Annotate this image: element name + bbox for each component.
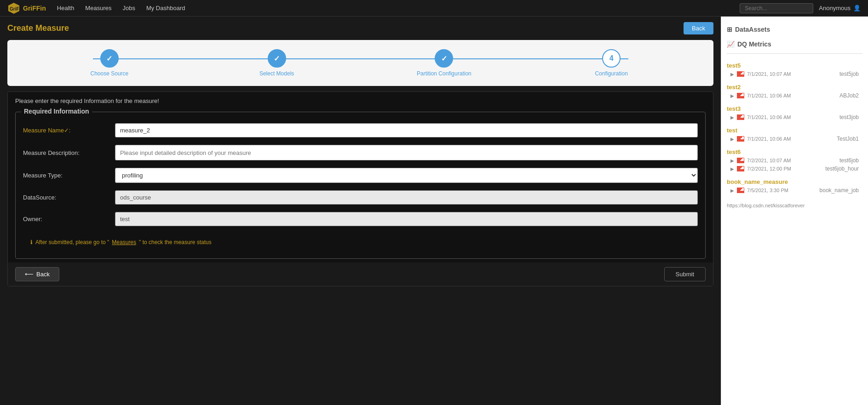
footer-text-before: After submitted, please go to " — [35, 239, 109, 245]
job-icon — [737, 114, 744, 120]
list-item[interactable]: ▶7/2/2021, 12:00 PMtest6job_hour — [727, 165, 862, 173]
job-icon — [737, 166, 744, 171]
measure-name-label: Measure Name✓: — [23, 127, 115, 134]
nav-links: Health Measures Jobs My Dashboard — [57, 5, 185, 11]
nav-jobs[interactable]: Jobs — [122, 5, 135, 11]
form-footer-note: ℹ After submitted, please go to "Measure… — [23, 234, 698, 251]
list-item[interactable]: ▶7/1/2021, 10:06 AMtest3job — [727, 113, 862, 121]
datasource-label: DataSource: — [23, 194, 115, 201]
data-assets-icon: ⊞ — [727, 26, 732, 33]
footer-text-after: " to check the measure status — [139, 239, 212, 245]
sidebar-group: test▶7/1/2021, 10:06 AMTestJob1 — [727, 126, 862, 143]
right-sidebar: ⊞ DataAssets 📈 DQ Metrics test5▶7/1/2021… — [721, 17, 868, 405]
chevron-right-icon: ▶ — [730, 158, 734, 163]
back-button-top[interactable]: Back — [684, 22, 713, 34]
dq-metrics-section-title[interactable]: 📈 DQ Metrics — [727, 39, 862, 50]
required-info-section: Required Information Measure Name✓: Meas… — [15, 112, 706, 259]
info-icon: ℹ — [30, 239, 33, 245]
job-name[interactable]: TestJob1 — [837, 136, 859, 142]
app-title: GriFFin — [23, 5, 46, 12]
job-icon — [737, 93, 744, 98]
measure-name-input[interactable] — [115, 123, 698, 137]
measure-type-row: Measure Type: profiling custom standard — [23, 168, 698, 183]
nav-right: Anonymous 👤 — [740, 3, 861, 13]
step-circle-3: ✓ — [435, 49, 453, 68]
step-circle-4: 4 — [602, 49, 621, 68]
measure-type-label: Measure Type: — [23, 172, 115, 179]
user-icon: 👤 — [853, 5, 861, 11]
back-button-bottom[interactable]: ⟵ Back — [15, 267, 59, 281]
sidebar-group-title[interactable]: test — [727, 126, 862, 135]
job-icon — [737, 71, 744, 77]
step-choose-source: ✓ Choose Source — [26, 49, 193, 77]
sidebar-group: test3▶7/1/2021, 10:06 AMtest3job — [727, 104, 862, 121]
step-circle-2: ✓ — [268, 49, 286, 68]
sidebar-footer-url: https://blog.csdn.net/kisscatforever — [727, 199, 862, 208]
measure-name-row: Measure Name✓: — [23, 123, 698, 137]
sidebar-group-title[interactable]: test5 — [727, 61, 862, 70]
sidebar-group: book_name_measure▶7/5/2021, 3:30 PMbook_… — [727, 177, 862, 194]
sidebar-group: test5▶7/1/2021, 10:07 AMtest5job — [727, 61, 862, 78]
job-name[interactable]: test6job — [839, 157, 859, 164]
job-date: 7/1/2021, 10:06 AM — [747, 114, 791, 120]
job-name[interactable]: ABJob2 — [839, 92, 859, 99]
sidebar-group-title[interactable]: test3 — [727, 104, 862, 113]
datasource-row: DataSource: — [23, 190, 698, 205]
search-input[interactable] — [740, 3, 813, 13]
job-name[interactable]: test5job — [839, 71, 859, 77]
job-date: 7/1/2021, 10:07 AM — [747, 71, 791, 77]
page-title-row: Create Measure Back — [7, 22, 713, 34]
step-label-2: Select Models — [259, 70, 294, 77]
step-partition-config: ✓ Partition Configuration — [361, 49, 528, 77]
username-label: Anonymous — [819, 5, 851, 11]
list-item[interactable]: ▶7/1/2021, 10:06 AMTestJob1 — [727, 135, 862, 143]
data-assets-section-title[interactable]: ⊞ DataAssets — [727, 24, 862, 35]
top-navigation: GriF GriFFin Health Measures Jobs My Das… — [0, 0, 868, 17]
nav-health[interactable]: Health — [57, 5, 75, 11]
list-item[interactable]: ▶7/1/2021, 10:07 AMtest5job — [727, 70, 862, 78]
chevron-right-icon: ▶ — [730, 72, 734, 77]
sidebar-groups: test5▶7/1/2021, 10:07 AMtest5jobtest2▶7/… — [727, 61, 862, 194]
chevron-right-icon: ▶ — [730, 115, 734, 120]
measure-type-select[interactable]: profiling custom standard — [115, 168, 698, 183]
sidebar-divider — [727, 53, 862, 54]
job-name[interactable]: test6job_hour — [825, 165, 859, 172]
job-icon — [737, 188, 744, 193]
chevron-right-icon: ▶ — [730, 166, 734, 171]
owner-input — [115, 212, 698, 226]
stepper-container: ✓ Choose Source ✓ Select Models ✓ Partit… — [7, 40, 713, 86]
job-date: 7/2/2021, 10:07 AM — [747, 158, 791, 163]
data-assets-label: DataAssets — [735, 26, 770, 33]
sidebar-group-title[interactable]: book_name_measure — [727, 177, 862, 186]
bottom-bar: ⟵ Back Submit — [8, 262, 713, 286]
chevron-right-icon: ▶ — [730, 137, 734, 142]
nav-dashboard[interactable]: My Dashboard — [146, 5, 185, 11]
svg-text:GriF: GriF — [10, 6, 19, 11]
job-name[interactable]: test3job — [839, 114, 859, 120]
dq-metrics-label: DQ Metrics — [737, 40, 771, 48]
app-logo[interactable]: GriF GriFFin — [7, 2, 46, 15]
measure-description-input[interactable] — [115, 145, 698, 160]
step-label-4: Configuration — [595, 70, 627, 77]
back-label: Back — [36, 271, 50, 278]
job-icon — [737, 136, 744, 142]
submit-button[interactable]: Submit — [664, 267, 706, 281]
measure-description-label: Measure Description: — [23, 149, 115, 156]
measure-description-row: Measure Description: — [23, 145, 698, 160]
dq-metrics-icon: 📈 — [727, 40, 735, 48]
list-item[interactable]: ▶7/1/2021, 10:06 AMABJob2 — [727, 91, 862, 100]
chevron-right-icon: ▶ — [730, 93, 734, 98]
owner-label: Owner: — [23, 216, 115, 222]
sidebar-group: test2▶7/1/2021, 10:06 AMABJob2 — [727, 83, 862, 100]
sidebar-group-title[interactable]: test2 — [727, 83, 862, 91]
nav-measures[interactable]: Measures — [85, 5, 111, 11]
list-item[interactable]: ▶7/5/2021, 3:30 PMbook_name_job — [727, 186, 862, 194]
job-name[interactable]: book_name_job — [820, 187, 859, 194]
step-configuration: 4 Configuration — [528, 49, 695, 77]
sidebar-group-title[interactable]: test6 — [727, 148, 862, 156]
list-item[interactable]: ▶7/2/2021, 10:07 AMtest6job — [727, 156, 862, 165]
measures-link[interactable]: Measures — [112, 239, 136, 245]
sidebar-group: test6▶7/2/2021, 10:07 AMtest6job▶7/2/202… — [727, 148, 862, 173]
stepper: ✓ Choose Source ✓ Select Models ✓ Partit… — [26, 49, 695, 77]
job-date: 7/1/2021, 10:06 AM — [747, 93, 791, 98]
